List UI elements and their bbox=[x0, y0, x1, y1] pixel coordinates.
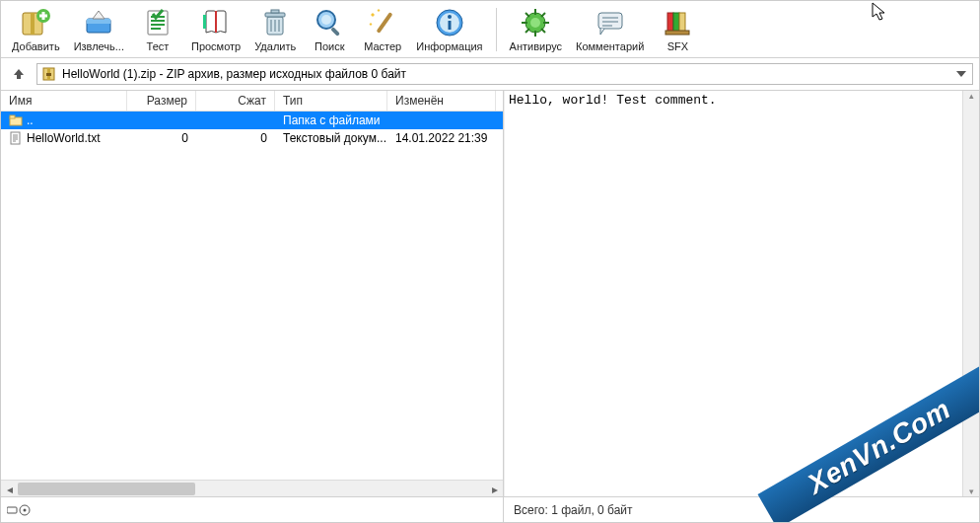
virus-icon bbox=[520, 7, 551, 38]
scroll-left-icon[interactable]: ◂ bbox=[1, 481, 18, 497]
add-label: Добавить bbox=[12, 40, 60, 52]
test-icon bbox=[142, 7, 174, 38]
comment-button[interactable]: Комментарий bbox=[569, 4, 651, 55]
status-total: Всего: 1 файл, 0 байт bbox=[504, 503, 979, 517]
path-input[interactable]: HelloWorld (1).zip - ZIP архив, размер и… bbox=[36, 63, 973, 85]
col-size[interactable]: Размер bbox=[127, 91, 196, 111]
row0-packed bbox=[196, 119, 275, 121]
info-icon bbox=[434, 7, 465, 38]
col-packed[interactable]: Сжат bbox=[196, 91, 275, 111]
view-icon bbox=[200, 7, 232, 38]
svg-rect-4 bbox=[39, 15, 47, 18]
scroll-thumb[interactable] bbox=[18, 483, 195, 495]
view-button[interactable]: Просмотр bbox=[184, 4, 247, 55]
trash-icon bbox=[259, 7, 291, 38]
scroll-up-icon[interactable]: ▴ bbox=[969, 91, 974, 101]
svg-rect-12 bbox=[271, 10, 279, 13]
up-button[interactable] bbox=[7, 62, 31, 86]
row1-type: Текстовый докум... bbox=[275, 130, 387, 146]
extract-icon bbox=[83, 7, 114, 38]
svg-rect-33 bbox=[11, 132, 20, 144]
svg-rect-27 bbox=[665, 31, 689, 35]
extract-button[interactable]: Извлечь... bbox=[67, 4, 131, 55]
txt-file-icon bbox=[9, 131, 23, 145]
row0-type: Папка с файлами bbox=[275, 112, 387, 128]
folder-up-icon bbox=[9, 113, 23, 127]
delete-button[interactable]: Удалить bbox=[247, 4, 303, 55]
svg-rect-1 bbox=[31, 13, 35, 35]
sfx-button[interactable]: SFX bbox=[651, 4, 704, 55]
comment-icon bbox=[595, 7, 626, 38]
svg-rect-16 bbox=[377, 12, 393, 34]
row-parent-folder[interactable]: .. Папка с файлами bbox=[1, 112, 503, 129]
find-button[interactable]: Поиск bbox=[303, 4, 356, 55]
row0-mod bbox=[387, 119, 496, 121]
list-body[interactable]: .. Папка с файлами HelloWorld.txt 0 0 Те… bbox=[1, 112, 503, 480]
main-area: Имя Размер Сжат Тип Изменён .. Папка с ф… bbox=[1, 91, 979, 496]
svg-point-14 bbox=[321, 15, 331, 25]
wizard-label: Мастер bbox=[364, 40, 401, 52]
main-toolbar: Добавить Извлечь... Тест Просмотр Удалит… bbox=[1, 1, 979, 58]
chevron-down-icon bbox=[956, 71, 966, 77]
svg-rect-19 bbox=[448, 21, 451, 30]
svg-rect-9 bbox=[203, 15, 206, 29]
col-modified[interactable]: Изменён bbox=[387, 91, 496, 111]
find-label: Поиск bbox=[315, 40, 344, 52]
svg-rect-15 bbox=[330, 27, 340, 37]
sfx-label: SFX bbox=[667, 40, 688, 52]
comment-pane: Hello, world! Test comment. ▴ ▾ XenVn.Co… bbox=[504, 91, 979, 496]
scroll-down-icon[interactable]: ▾ bbox=[969, 486, 974, 496]
svg-rect-26 bbox=[679, 13, 685, 33]
path-text: HelloWorld (1).zip - ZIP архив, размер и… bbox=[62, 67, 406, 81]
row0-name: .. bbox=[27, 113, 34, 127]
sfx-icon bbox=[662, 7, 693, 38]
wizard-button[interactable]: Мастер bbox=[356, 4, 409, 55]
antivirus-label: Антивирус bbox=[510, 40, 562, 52]
add-button[interactable]: Добавить bbox=[5, 4, 67, 55]
svg-rect-23 bbox=[598, 13, 622, 29]
horizontal-scrollbar[interactable]: ◂ ▸ bbox=[1, 480, 503, 496]
archive-icon bbox=[41, 66, 57, 82]
row1-size: 0 bbox=[127, 130, 196, 146]
svg-rect-6 bbox=[87, 19, 110, 24]
info-button[interactable]: Информация bbox=[409, 4, 489, 55]
svg-rect-34 bbox=[7, 507, 17, 513]
scroll-right-icon[interactable]: ▸ bbox=[486, 481, 503, 497]
test-label: Тест bbox=[147, 40, 170, 52]
archive-add-icon bbox=[20, 7, 51, 38]
vertical-scrollbar[interactable]: ▴ ▾ bbox=[962, 91, 979, 496]
file-list-pane: Имя Размер Сжат Тип Изменён .. Папка с ф… bbox=[1, 91, 504, 496]
row1-name: HelloWorld.txt bbox=[27, 131, 100, 145]
row-file[interactable]: HelloWorld.txt 0 0 Текстовый докум... 14… bbox=[1, 129, 503, 147]
comment-text[interactable]: Hello, world! Test comment. bbox=[504, 91, 979, 496]
row1-mod: 14.01.2022 21:39 bbox=[387, 130, 496, 146]
list-header: Имя Размер Сжат Тип Изменён bbox=[1, 91, 503, 112]
svg-rect-25 bbox=[673, 13, 679, 33]
row1-packed: 0 bbox=[196, 130, 275, 146]
svg-point-20 bbox=[448, 15, 452, 19]
col-type[interactable]: Тип bbox=[275, 91, 387, 111]
status-bar: Всего: 1 файл, 0 байт bbox=[1, 496, 979, 522]
delete-label: Удалить bbox=[254, 40, 296, 52]
comment-label: Комментарий bbox=[576, 40, 644, 52]
test-button[interactable]: Тест bbox=[131, 4, 184, 55]
antivirus-button[interactable]: Антивирус bbox=[503, 4, 569, 55]
svg-rect-8 bbox=[215, 11, 217, 33]
wizard-icon bbox=[367, 7, 398, 38]
svg-rect-11 bbox=[265, 13, 285, 17]
svg-rect-32 bbox=[10, 115, 15, 118]
svg-rect-30 bbox=[46, 73, 51, 76]
svg-rect-24 bbox=[667, 13, 673, 33]
svg-point-36 bbox=[24, 508, 27, 511]
svg-point-22 bbox=[530, 18, 540, 28]
info-label: Информация bbox=[416, 40, 482, 52]
extract-label: Извлечь... bbox=[74, 40, 124, 52]
view-label: Просмотр bbox=[191, 40, 241, 52]
search-icon bbox=[314, 7, 345, 38]
row0-size bbox=[127, 119, 196, 121]
col-name[interactable]: Имя bbox=[1, 91, 127, 111]
arrow-up-icon bbox=[12, 67, 26, 81]
address-bar: HelloWorld (1).zip - ZIP архив, размер и… bbox=[1, 58, 979, 91]
drive-icon bbox=[7, 504, 31, 516]
path-dropdown[interactable] bbox=[952, 66, 970, 82]
